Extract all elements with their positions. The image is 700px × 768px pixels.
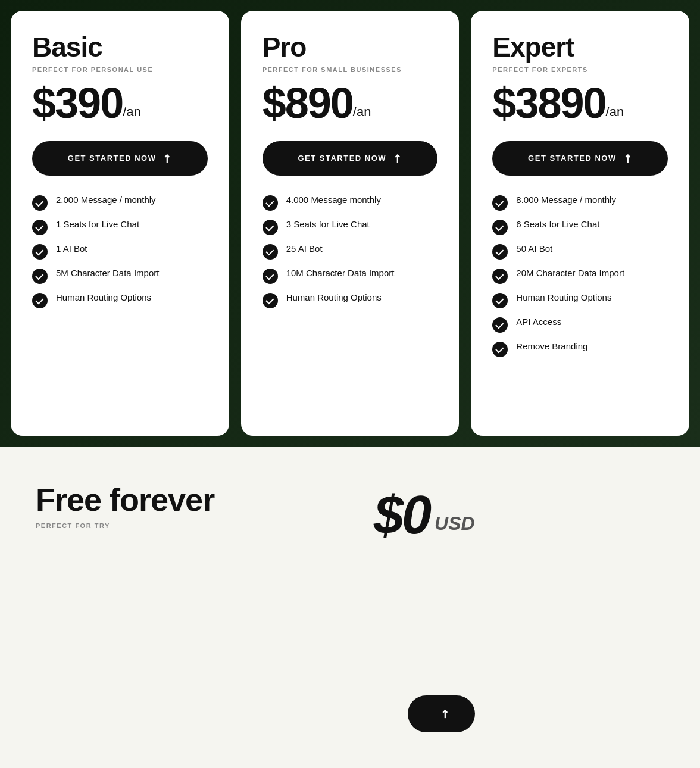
cta-label-pro: GET STARTED NOW	[298, 154, 386, 163]
plan-name-basic: Basic	[32, 32, 208, 63]
price-period-expert: /an	[606, 104, 624, 120]
cta-arrow-icon-pro: ↗	[389, 150, 405, 166]
check-icon	[262, 293, 278, 308]
check-icon	[262, 269, 278, 284]
price-period-pro: /an	[353, 104, 371, 120]
free-price-display: $0 USD	[374, 488, 475, 542]
feature-item: 50 AI Bot	[492, 243, 668, 260]
feature-text: Remove Branding	[516, 341, 588, 351]
feature-text: Human Routing Options	[56, 292, 151, 302]
feature-text: 8.000 Message / monthly	[516, 195, 616, 205]
price-amount-expert: $3890	[492, 82, 605, 124]
feature-item: 3 Seats for Live Chat	[262, 219, 438, 235]
pricing-bottom-section: Free forever PERFECT FOR TRY $0 USD ↗	[0, 447, 700, 768]
feature-text: 2.000 Message / monthly	[56, 195, 156, 205]
feature-item: 1 AI Bot	[32, 243, 208, 260]
feature-item: 25 AI Bot	[262, 243, 438, 260]
free-plan-left: Free forever PERFECT FOR TRY	[36, 482, 350, 732]
feature-text: 4.000 Message monthly	[286, 195, 381, 205]
feature-text: 20M Character Data Import	[516, 268, 624, 278]
price-amount-basic: $390	[32, 82, 123, 124]
feature-item: 2.000 Message / monthly	[32, 195, 208, 211]
feature-text: 6 Seats for Live Chat	[516, 219, 599, 229]
feature-item: 20M Character Data Import	[492, 268, 668, 284]
cta-button-pro[interactable]: GET STARTED NOW ↗	[262, 141, 438, 176]
check-icon	[492, 317, 508, 333]
plan-name-pro: Pro	[262, 32, 438, 63]
check-icon	[492, 342, 508, 357]
free-right-wrapper: $0 USD ↗	[374, 488, 475, 732]
free-plan-right: $0 USD ↗	[374, 482, 664, 732]
pricing-top-section: Basic PERFECT FOR PERSONAL USE $390 /an …	[0, 0, 700, 447]
feature-item: Human Routing Options	[492, 292, 668, 308]
feature-item: Human Routing Options	[262, 292, 438, 308]
feature-text: 3 Seats for Live Chat	[286, 219, 370, 229]
feature-item: 8.000 Message / monthly	[492, 195, 668, 211]
feature-item: Remove Branding	[492, 341, 668, 357]
plan-price-expert: $3890 /an	[492, 82, 668, 124]
plan-tagline-basic: PERFECT FOR PERSONAL USE	[32, 66, 208, 73]
check-icon	[32, 220, 48, 235]
cta-arrow-icon-basic: ↗	[159, 150, 175, 166]
feature-text: API Access	[516, 317, 561, 327]
plan-price-basic: $390 /an	[32, 82, 208, 124]
plan-card-expert: Expert PERFECT FOR EXPERTS $3890 /an GET…	[471, 11, 689, 436]
free-cta-arrow-icon: ↗	[437, 705, 453, 722]
check-icon	[492, 195, 508, 211]
feature-item: 5M Character Data Import	[32, 268, 208, 284]
feature-item: 1 Seats for Live Chat	[32, 219, 208, 235]
plan-name-expert: Expert	[492, 32, 668, 63]
feature-item: API Access	[492, 317, 668, 333]
feature-text: 10M Character Data Import	[286, 268, 395, 278]
feature-text: 25 AI Bot	[286, 243, 323, 254]
check-icon	[32, 244, 48, 260]
check-icon	[492, 293, 508, 308]
feature-text: 1 AI Bot	[56, 243, 88, 254]
feature-text: 5M Character Data Import	[56, 268, 159, 278]
feature-list-basic: 2.000 Message / monthly 1 Seats for Live…	[32, 195, 208, 308]
cta-label-expert: GET STARTED NOW	[528, 154, 617, 163]
price-amount-pro: $890	[262, 82, 353, 124]
plan-tagline-expert: PERFECT FOR EXPERTS	[492, 66, 668, 73]
check-icon	[492, 220, 508, 235]
free-price-currency: USD	[435, 513, 475, 535]
feature-text: 1 Seats for Live Chat	[56, 219, 139, 229]
plan-tagline-pro: PERFECT FOR SMALL BUSINESSES	[262, 66, 438, 73]
check-icon	[32, 195, 48, 211]
cta-button-expert[interactable]: GET STARTED NOW ↗	[492, 141, 668, 176]
free-plan-tagline: PERFECT FOR TRY	[36, 522, 326, 529]
feature-text: Human Routing Options	[286, 292, 382, 302]
check-icon	[492, 269, 508, 284]
feature-item: 10M Character Data Import	[262, 268, 438, 284]
feature-text: 50 AI Bot	[516, 243, 552, 254]
feature-text: Human Routing Options	[516, 292, 611, 302]
plan-price-pro: $890 /an	[262, 82, 438, 124]
check-icon	[32, 293, 48, 308]
cta-button-basic[interactable]: GET STARTED NOW ↗	[32, 141, 208, 176]
check-icon	[492, 244, 508, 260]
check-icon	[262, 244, 278, 260]
feature-item: 4.000 Message monthly	[262, 195, 438, 211]
plan-card-pro: Pro PERFECT FOR SMALL BUSINESSES $890 /a…	[241, 11, 460, 436]
feature-list-pro: 4.000 Message monthly 3 Seats for Live C…	[262, 195, 438, 308]
check-icon	[262, 220, 278, 235]
cta-label-basic: GET STARTED NOW	[68, 154, 157, 163]
plan-card-basic: Basic PERFECT FOR PERSONAL USE $390 /an …	[11, 11, 229, 436]
price-period-basic: /an	[123, 104, 141, 120]
feature-item: 6 Seats for Live Chat	[492, 219, 668, 235]
check-icon	[262, 195, 278, 211]
free-price-amount: $0	[374, 488, 430, 542]
free-cta-button[interactable]: ↗	[408, 695, 475, 732]
check-icon	[32, 269, 48, 284]
cta-arrow-icon-expert: ↗	[619, 150, 635, 166]
feature-list-expert: 8.000 Message / monthly 6 Seats for Live…	[492, 195, 668, 357]
free-plan-title: Free forever	[36, 482, 326, 517]
feature-item: Human Routing Options	[32, 292, 208, 308]
